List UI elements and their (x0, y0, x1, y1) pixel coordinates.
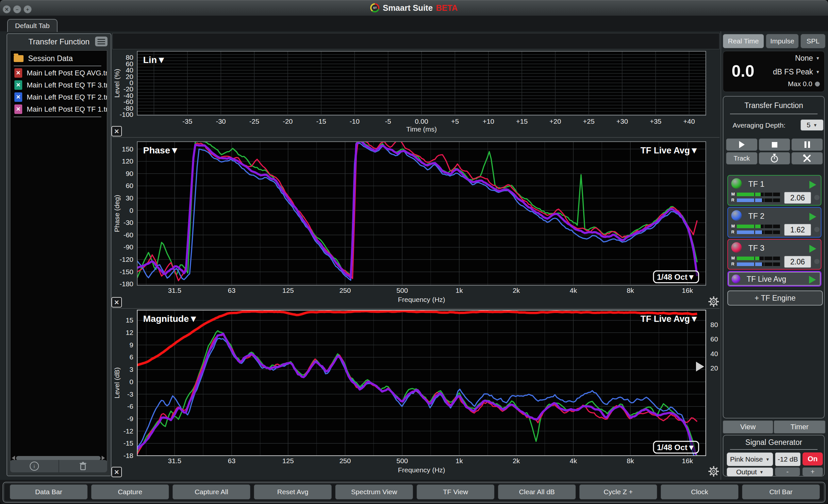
mode-impulse-button[interactable]: Impulse (766, 34, 798, 48)
close-magnitude-chart-icon[interactable]: ✕ (112, 467, 122, 477)
list-item[interactable]: ✕ Main Left Post EQ TF 1.tr (10, 103, 107, 115)
chevron-down-icon: ▼ (765, 457, 770, 462)
hamburger-menu-icon[interactable] (95, 37, 108, 46)
threshold-handle-icon[interactable] (696, 362, 704, 371)
tf3-engine-row[interactable]: TF 3 M R 2.06 (728, 239, 822, 270)
scroll-right-icon[interactable] (101, 456, 105, 460)
play-icon[interactable] (810, 213, 816, 221)
sidebar-footer-buttons: i (10, 460, 107, 472)
signal-generator-group: Signal Generator Pink Noise▼ -12 dB On O… (723, 435, 825, 476)
delete-button[interactable] (58, 460, 108, 472)
scrollbar-thumb[interactable] (16, 456, 100, 460)
pause-button[interactable] (791, 138, 823, 151)
mode-real-time-button[interactable]: Real Time (723, 34, 764, 48)
scroll-left-icon[interactable] (12, 456, 15, 460)
close-lin-chart-icon[interactable]: ✕ (112, 126, 122, 136)
averaging-depth-label: Averaging Depth: (733, 122, 786, 129)
panel-divider (720, 31, 721, 480)
max-reset-dot[interactable] (815, 82, 820, 87)
r-level-meter (737, 263, 780, 266)
tf-live-avg-row[interactable]: TF Live Avg (728, 271, 822, 287)
tf-live-avg-color-ball[interactable] (732, 275, 740, 283)
timer-button[interactable] (759, 152, 790, 165)
footer-spectrum-view-button[interactable]: Spectrum View (335, 485, 413, 499)
list-item[interactable]: ✕ Main Left Post EQ AVG.tr (10, 67, 107, 79)
r-level-meter (737, 230, 780, 234)
meter-source-select[interactable]: None▼ (795, 54, 820, 63)
footer-clock-button[interactable]: Clock (661, 485, 739, 499)
status-dot (814, 259, 820, 264)
timer-tab-button[interactable]: Timer (774, 420, 825, 433)
meter-unit-select[interactable]: dB FS Peak▼ (773, 67, 820, 76)
play-icon[interactable] (809, 276, 816, 284)
tf1-engine-row[interactable]: TF 1 M R 2.06 (728, 175, 822, 205)
m-level-meter (737, 193, 780, 196)
tf1-delay-value[interactable]: 2.06 (784, 192, 811, 204)
tf2-color-ball[interactable] (731, 210, 742, 221)
meter-max: Max 0.0 (788, 80, 820, 88)
play-button[interactable] (726, 138, 757, 151)
tools-button[interactable] (791, 152, 823, 165)
input-meter: None▼ 0.0 dB FS Peak▼ Max 0.0 (723, 51, 825, 92)
footer-clear-all-db-button[interactable]: Clear All dB (498, 485, 576, 499)
stop-button[interactable] (759, 138, 790, 151)
status-dot (814, 227, 820, 232)
window-title-area: ST Smaart Suite BETA (0, 0, 828, 16)
tab-default[interactable]: Default Tab (7, 19, 57, 32)
tf3-color-ball[interactable] (731, 242, 742, 253)
group-title: Signal Generator (723, 438, 824, 447)
info-icon: i (30, 462, 39, 471)
chart-separator (112, 308, 719, 309)
footer-data-bar-button[interactable]: Data Bar (10, 485, 88, 499)
list-item[interactable]: ✕ Main Left Post EQ TF 3.tr (10, 79, 107, 91)
footer-cycle-z-button[interactable]: Cycle Z + (579, 485, 657, 499)
footer-capture-all-button[interactable]: Capture All (172, 485, 250, 499)
magnitude-settings-gear-icon[interactable] (708, 465, 719, 477)
stopwatch-icon (770, 154, 779, 163)
pause-icon (804, 141, 810, 148)
footer-capture-button[interactable]: Capture (91, 485, 169, 499)
generator-level-field[interactable]: -12 dB (775, 452, 800, 466)
trace-file-icon: ✕ (14, 68, 22, 78)
info-button[interactable]: i (10, 460, 58, 472)
stop-icon (772, 142, 777, 147)
folder-icon (14, 55, 24, 62)
tf2-delay-value[interactable]: 1.62 (784, 224, 811, 236)
phase-settings-gear-icon[interactable] (708, 296, 719, 308)
add-tf-engine-button[interactable]: + TF Engine (728, 290, 823, 306)
trace-file-icon: ✕ (14, 92, 22, 102)
app-logo-icon: ST (370, 3, 379, 12)
footer-ctrl-bar-button[interactable]: Ctrl Bar (742, 485, 820, 499)
tf1-color-ball[interactable] (731, 178, 742, 189)
main-background (0, 31, 828, 480)
title-bar: ✕ – + ST Smaart Suite BETA (0, 0, 828, 16)
tf3-delay-value[interactable]: 2.06 (784, 256, 811, 268)
window-title: Smaart Suite (383, 3, 432, 13)
generator-on-button[interactable]: On (802, 452, 823, 465)
tf2-engine-row[interactable]: TF 2 M R 1.62 (728, 207, 822, 238)
tab-bar: Default Tab (0, 16, 828, 32)
mode-spl-button[interactable]: SPL (800, 34, 825, 48)
track-button[interactable]: Track (726, 152, 757, 165)
footer-tf-view-button[interactable]: TF View (417, 485, 494, 499)
view-button[interactable]: View (723, 420, 773, 433)
averaging-depth-select[interactable]: 5▼ (800, 120, 823, 131)
trace-file-icon: ✕ (14, 80, 22, 90)
group-title: Transfer Function (723, 101, 824, 110)
list-item[interactable]: ✕ Main Left Post EQ TF 2.tr (10, 91, 107, 103)
session-data-list: Session Data ✕ Main Left Post EQ AVG.tr … (10, 50, 107, 462)
beta-badge: BETA (436, 3, 457, 13)
generator-plus-button[interactable]: + (802, 467, 823, 476)
play-icon[interactable] (810, 245, 816, 253)
play-icon[interactable] (810, 181, 816, 189)
session-data-group[interactable]: Session Data (10, 53, 107, 64)
chevron-down-icon: ▼ (816, 70, 820, 75)
r-level-meter (737, 198, 780, 202)
footer-reset-avg-button[interactable]: Reset Avg (254, 485, 332, 499)
charts-header-strip (112, 33, 719, 49)
close-phase-chart-icon[interactable]: ✕ (112, 297, 122, 308)
generator-route-select[interactable]: Output▼ (727, 467, 773, 476)
play-icon (739, 141, 745, 148)
generator-minus-button[interactable]: - (775, 467, 800, 476)
generator-source-select[interactable]: Pink Noise▼ (727, 452, 773, 466)
